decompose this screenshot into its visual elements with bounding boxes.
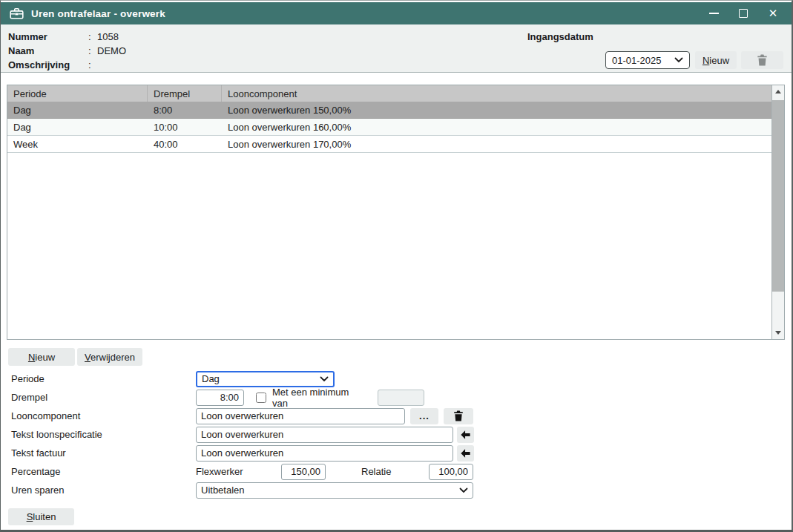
row-tekst-factuur: Tekst factuur (11, 444, 783, 462)
overwerk-grid: Periode Drempel Looncomponent Dag 8:00 L… (7, 85, 785, 340)
uren-sparen-label: Uren sparen (11, 485, 196, 496)
row-looncomponent: Looncomponent ... (11, 407, 783, 425)
scroll-up-icon[interactable] (772, 85, 784, 98)
chevron-down-icon (320, 376, 329, 382)
scrollbar-thumb[interactable] (772, 100, 784, 292)
column-header-drempel[interactable]: Drempel (148, 85, 222, 102)
toolbox-icon (10, 7, 24, 19)
table-row[interactable]: Dag 10:00 Loon overwerkuren 160,00% (7, 119, 771, 136)
minimum-input (378, 390, 424, 406)
relatie-label: Relatie (361, 466, 394, 477)
title-bar: Uren ontrafelaar - overwerk ✕ (1, 2, 792, 24)
flexwerker-input[interactable] (281, 464, 326, 480)
looncomponent-label: Looncomponent (11, 410, 196, 421)
tekst-loonspecificatie-input[interactable] (196, 427, 453, 443)
vertical-scrollbar[interactable] (771, 85, 784, 339)
drempel-input[interactable] (196, 390, 244, 406)
periode-label: Periode (11, 373, 196, 384)
relatie-input[interactable] (429, 464, 473, 480)
naam-value: DEMO (97, 45, 126, 56)
tekst-factuur-label: Tekst factuur (11, 447, 196, 459)
trash-icon (757, 54, 768, 66)
row-drempel: Drempel Met een minimum van (11, 388, 783, 407)
tekst-loonspecificatie-label: Tekst loonspecificatie (11, 429, 196, 440)
detail-form: Periode Dag Drempel Met een minimum van … (11, 370, 783, 499)
omschrijving-label: Omschrijving (8, 59, 88, 70)
verwijderen-button[interactable]: Verwijderen (77, 348, 142, 366)
delete-version-button[interactable] (741, 51, 783, 69)
ingangsdatum-label: Ingangsdatum (527, 31, 591, 42)
row-periode: Periode Dag (11, 370, 783, 388)
trash-icon (453, 410, 464, 421)
arrow-left-icon (460, 448, 471, 459)
grid-header-row: Periode Drempel Looncomponent (7, 85, 771, 102)
column-header-periode[interactable]: Periode (7, 85, 148, 102)
nieuw-row-button[interactable]: Nieuw (8, 348, 75, 366)
tekst-factuur-copy-button[interactable] (457, 445, 474, 462)
window-title: Uren ontrafelaar - overwerk (31, 8, 165, 19)
uren-sparen-select[interactable]: Uitbetalen (196, 482, 473, 499)
field-naam: Naam:DEMO (8, 44, 126, 58)
row-tekst-loonspecificatie: Tekst loonspecificatie (11, 425, 783, 444)
naam-label: Naam (8, 45, 88, 56)
ingangsdatum-value: 01-01-2025 (612, 55, 674, 66)
tekst-factuur-input[interactable] (196, 445, 453, 462)
grid-body: Periode Drempel Looncomponent Dag 8:00 L… (7, 85, 771, 339)
looncomponent-clear-button[interactable] (444, 408, 473, 424)
nummer-label: Nummer (8, 31, 88, 42)
flexwerker-label: Flexwerker (196, 466, 281, 477)
row-percentage: Percentage Flexwerker Relatie (11, 462, 783, 481)
column-header-looncomponent[interactable]: Looncomponent (222, 85, 771, 102)
window-controls: ✕ (704, 4, 783, 22)
tekst-loonspecificatie-copy-button[interactable] (457, 427, 474, 443)
percentage-label: Percentage (11, 466, 196, 477)
minimize-icon[interactable] (704, 4, 723, 22)
sluiten-button[interactable]: Sluiten (8, 508, 74, 525)
nieuw-version-button[interactable]: Nieuw (695, 51, 737, 69)
table-row[interactable]: Week 40:00 Loon overwerkuren 170,00% (7, 136, 771, 153)
looncomponent-browse-button[interactable]: ... (410, 408, 438, 424)
field-nummer: Nummer:1058 (8, 30, 119, 44)
minimum-checkbox[interactable] (256, 393, 266, 403)
arrow-left-icon (460, 430, 471, 440)
dialog-window: Uren ontrafelaar - overwerk ✕ Nummer:105… (0, 0, 793, 532)
periode-select[interactable]: Dag (196, 371, 335, 387)
record-header: Nummer:1058 Naam:DEMO Omschrijving: Inga… (1, 24, 792, 73)
row-uren-sparen: Uren sparen Uitbetalen (11, 481, 783, 499)
ingangsdatum-select[interactable]: 01-01-2025 (605, 51, 690, 69)
close-icon[interactable]: ✕ (763, 4, 783, 22)
minimum-label: Met een minimum van (272, 387, 364, 409)
drempel-label: Drempel (11, 392, 196, 403)
chevron-down-icon (674, 57, 683, 63)
chevron-down-icon (459, 487, 468, 493)
maximize-icon[interactable] (734, 4, 753, 22)
table-row[interactable]: Dag 8:00 Loon overwerkuren 150,00% (7, 102, 771, 119)
nummer-value: 1058 (97, 31, 119, 42)
field-omschrijving: Omschrijving: (8, 58, 97, 72)
scroll-down-icon[interactable] (772, 326, 784, 339)
looncomponent-input[interactable] (196, 408, 405, 424)
